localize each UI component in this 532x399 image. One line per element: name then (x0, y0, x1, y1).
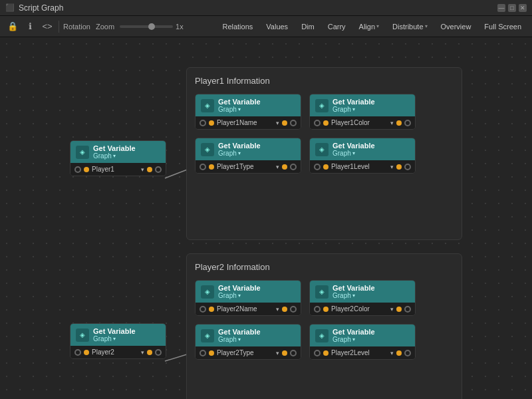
node-player2color-icon: ◈ (315, 285, 329, 299)
node-player1type-header: ◈ Get Variable Graph ▾ (196, 138, 301, 160)
port-dropdown[interactable]: ▾ (390, 306, 394, 313)
title-bar: ⬛ Script Graph — □ ✕ (0, 0, 532, 16)
port-player2-label: Player2 (92, 348, 138, 356)
node-player1name: ◈ Get Variable Graph ▾ Player1Name ▾ (195, 94, 301, 130)
node-player1level: ◈ Get Variable Graph ▾ Player1Level ▾ (309, 138, 416, 174)
node-player1color-title: Get Variable (332, 98, 375, 106)
port-in-dot (323, 307, 329, 312)
port-in-circle (314, 306, 321, 313)
node-player2level-text: Get Variable Graph ▾ (332, 328, 375, 343)
zoom-label: Zoom (96, 23, 114, 31)
standalone-node-player2-icon: ◈ (76, 329, 89, 342)
lock-icon[interactable]: 🔒 (5, 19, 20, 34)
port-out-dot (282, 120, 287, 126)
port-out-circle (290, 120, 297, 126)
standalone-node-player1-subtitle: Graph ▾ (93, 152, 136, 160)
node-player2name: ◈ Get Variable Graph ▾ Player2Name ▾ (195, 280, 301, 316)
node-player1color-subtitle: Graph ▾ (332, 106, 375, 113)
close-button[interactable]: ✕ (519, 4, 527, 12)
code-icon[interactable]: <> (40, 19, 55, 34)
node-player2color-header: ◈ Get Variable Graph ▾ (310, 281, 415, 303)
port-dropdown[interactable]: ▾ (276, 120, 279, 126)
port-player2color-label: Player2Color (331, 305, 388, 313)
nav-align[interactable]: Align ▾ (354, 19, 384, 34)
port-dropdown[interactable]: ▾ (141, 166, 144, 173)
node-player2level-port: Player2Level ▾ (310, 346, 415, 359)
port-player1color-label: Player1Color (331, 119, 388, 126)
port-out-circle (155, 166, 162, 173)
node-player2type: ◈ Get Variable Graph ▾ Player2Type ▾ (195, 324, 301, 360)
nav-overview[interactable]: Overview (436, 19, 477, 34)
standalone-node-player2-port: Player2 ▾ (70, 346, 166, 358)
port-out-dot (396, 350, 402, 356)
node-player1type-subtitle: Graph ▾ (218, 150, 261, 157)
standalone-node-player1-icon: ◈ (76, 146, 89, 159)
port-dropdown[interactable]: ▾ (276, 350, 279, 356)
port-out-circle (290, 164, 297, 170)
node-player2name-port: Player2Name ▾ (196, 303, 301, 315)
port-dropdown[interactable]: ▾ (276, 164, 279, 170)
node-player1level-subtitle: Graph ▾ (332, 150, 375, 157)
node-player1color: ◈ Get Variable Graph ▾ Player1Color ▾ (309, 94, 416, 130)
port-player1-label: Player1 (92, 166, 138, 173)
port-in-circle (314, 350, 321, 356)
node-player1level-text: Get Variable Graph ▾ (332, 142, 375, 157)
port-dropdown[interactable]: ▾ (276, 306, 279, 313)
port-player1type-label: Player1Type (217, 163, 273, 170)
node-player2type-subtitle: Graph ▾ (218, 336, 261, 343)
port-in-dot (84, 350, 89, 355)
nav-distribute[interactable]: Distribute ▾ (387, 19, 432, 34)
port-in-dot (323, 164, 329, 170)
standalone-node-player2: ◈ Get Variable Graph ▾ Player2 ▾ (70, 323, 166, 359)
player2-group: Player2 Information ◈ Get Variable Graph… (186, 253, 462, 399)
port-dropdown[interactable]: ▾ (390, 120, 394, 126)
node-player2name-icon: ◈ (201, 285, 214, 299)
zoom-slider[interactable] (120, 25, 173, 28)
align-dropdown-arrow: ▾ (376, 23, 379, 29)
port-in-circle (314, 164, 321, 170)
port-dropdown[interactable]: ▾ (390, 164, 394, 170)
node-player1type-text: Get Variable Graph ▾ (218, 142, 261, 157)
node-player1type: ◈ Get Variable Graph ▾ Player1Type ▾ (195, 138, 301, 174)
port-in-circle (200, 350, 206, 356)
canvas[interactable]: Player1 Information ◈ Get Variable Graph… (0, 37, 532, 399)
port-in-circle (200, 306, 206, 313)
node-player2color: ◈ Get Variable Graph ▾ Player2Color ▾ (309, 280, 416, 316)
node-player2type-text: Get Variable Graph ▾ (218, 328, 261, 343)
node-player2color-text: Get Variable Graph ▾ (332, 284, 375, 299)
node-player1type-icon: ◈ (201, 143, 214, 156)
info-icon[interactable]: ℹ (23, 19, 37, 34)
title-icon: ⬛ (5, 3, 15, 13)
zoom-slider-container[interactable] (120, 25, 173, 28)
nav-values[interactable]: Values (261, 19, 293, 34)
port-out-circle (404, 306, 411, 313)
node-player2level: ◈ Get Variable Graph ▾ Player2Level ▾ (309, 324, 416, 360)
node-player2level-title: Get Variable (332, 328, 375, 336)
nav-fullscreen[interactable]: Full Screen (479, 19, 527, 34)
toolbar: 🔒 ℹ <> Rotation Zoom 1x Relations Values… (0, 16, 532, 37)
port-out-circle (290, 306, 297, 313)
node-player1color-port: Player1Color ▾ (310, 116, 415, 129)
port-player1level-label: Player1Level (331, 163, 388, 170)
nav-relations[interactable]: Relations (217, 19, 258, 34)
port-out-circle (404, 120, 411, 126)
node-player1level-header: ◈ Get Variable Graph ▾ (310, 138, 415, 160)
port-in-circle (314, 120, 321, 126)
node-player1name-subtitle: Graph ▾ (218, 106, 261, 113)
port-dropdown[interactable]: ▾ (390, 350, 394, 356)
player1-group: Player1 Information ◈ Get Variable Graph… (186, 67, 462, 240)
node-player1color-icon: ◈ (315, 99, 329, 112)
node-player1type-title: Get Variable (218, 142, 261, 150)
minimize-button[interactable]: — (497, 4, 505, 12)
maximize-button[interactable]: □ (508, 4, 516, 12)
port-player2name-label: Player2Name (217, 305, 273, 313)
nav-carry[interactable]: Carry (323, 19, 351, 34)
port-in-circle (200, 120, 206, 126)
node-player1level-title: Get Variable (332, 142, 375, 150)
node-player2type-title: Get Variable (218, 328, 261, 336)
port-dropdown[interactable]: ▾ (141, 349, 144, 356)
node-player2type-header: ◈ Get Variable Graph ▾ (196, 325, 301, 346)
port-out-circle (404, 164, 411, 170)
nav-dim[interactable]: Dim (296, 19, 320, 34)
zoom-value: 1x (176, 23, 184, 31)
